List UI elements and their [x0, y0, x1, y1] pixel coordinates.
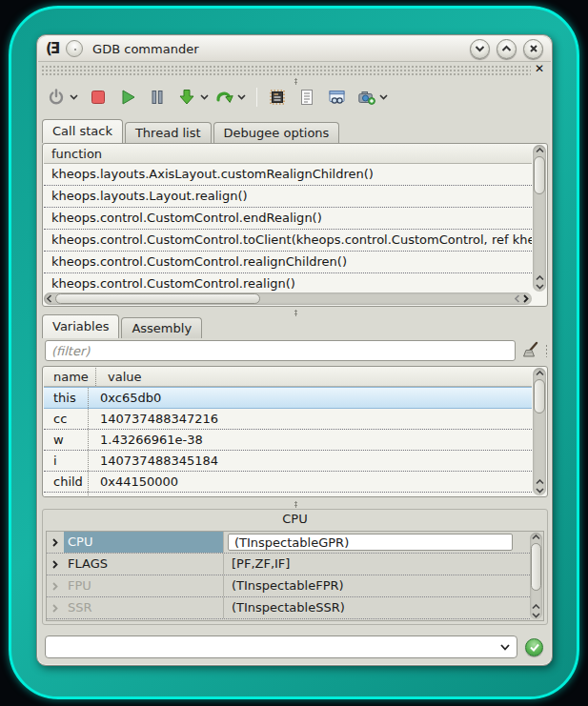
pause-button[interactable] — [146, 85, 169, 110]
clear-filter-button[interactable] — [520, 340, 541, 361]
dock-close-button[interactable]: ✕ — [533, 62, 546, 75]
panel-handle-dots[interactable] — [545, 344, 548, 357]
shade-button[interactable] — [470, 39, 490, 59]
tab-call-stack[interactable]: Call stack — [42, 119, 123, 143]
cpu-view-button[interactable] — [266, 85, 289, 110]
stack-frame-row[interactable]: kheops.control.CustomControl.realignChil… — [44, 252, 532, 273]
snapshot-dropdown[interactable] — [377, 85, 390, 110]
expander-chevron-right-icon[interactable] — [47, 582, 64, 591]
evaluate-button[interactable] — [525, 638, 543, 656]
variable-row[interactable]: cc140737488347216 — [44, 409, 532, 430]
stack-frame-row[interactable]: kheops.control.CustomControl.realign() — [44, 273, 532, 292]
variable-name: cc — [44, 412, 88, 426]
scroll-down-arrow[interactable] — [533, 488, 546, 494]
chevron-down-icon — [500, 644, 510, 651]
step-over-dropdown[interactable] — [235, 85, 248, 110]
variable-value: 1.43266961e-38 — [88, 430, 532, 450]
scroll-up-arrow[interactable] — [533, 148, 546, 153]
scrollbar-thumb[interactable] — [534, 156, 545, 194]
scroll-down-arrow[interactable] — [530, 613, 542, 618]
chevron-down-icon — [200, 94, 209, 100]
cpu-inspector: CPU CPU(TInspectableGPR)FLAGS[PF,ZF,IF]F… — [42, 509, 548, 625]
document-icon — [297, 88, 316, 107]
scrollbar-thumb[interactable] — [531, 543, 541, 591]
tab-variables[interactable]: Variables — [42, 314, 119, 338]
arrow-over-icon — [214, 88, 234, 107]
tab-debugee-options[interactable]: Debugee options — [213, 122, 340, 143]
filter-input[interactable] — [45, 340, 516, 361]
window-menu-button[interactable] — [66, 40, 83, 57]
expander-chevron-right-icon[interactable] — [47, 604, 64, 613]
titlebar[interactable]: (Ǝ GDB commander — [38, 36, 551, 62]
callstack-vscrollbar[interactable] — [533, 145, 546, 292]
cpu-vscrollbar[interactable] — [530, 533, 542, 619]
variables-column-header[interactable]: name value — [44, 368, 532, 387]
register-group-name: SSR — [64, 597, 224, 618]
scroll-right-arrow[interactable] — [523, 292, 529, 305]
scrollbar-thumb[interactable] — [534, 379, 545, 414]
power-icon — [47, 88, 66, 107]
step-into-dropdown[interactable] — [198, 85, 211, 110]
variable-row[interactable]: w1.43266961e-38 — [44, 430, 532, 451]
variable-value: 140737488347216 — [88, 409, 532, 429]
scroll-left-arrow[interactable] — [515, 292, 520, 305]
scrollbar-thumb[interactable] — [55, 293, 260, 304]
cpu-value-editor[interactable]: (TInspectableGPR) — [228, 534, 513, 551]
gdb-commander-window: (Ǝ GDB commander ✕ — [36, 34, 553, 666]
value-column-label[interactable]: value — [95, 368, 532, 386]
output-view-button[interactable] — [295, 85, 318, 110]
step-over-button[interactable] — [213, 85, 235, 110]
scroll-up-arrow[interactable] — [530, 604, 542, 610]
variables-vscrollbar[interactable] — [533, 368, 546, 495]
stack-frame-row[interactable]: kheops.control.CustomControl.toClient(kh… — [44, 230, 532, 252]
scroll-up-arrow[interactable] — [533, 371, 546, 376]
splitter-handle[interactable] — [294, 310, 297, 316]
name-column-label[interactable]: name — [51, 368, 95, 386]
tab-assembly[interactable]: Assembly — [121, 317, 202, 338]
watches-view-button[interactable] — [325, 85, 348, 110]
cpu-register-row[interactable]: CPU(TInspectableGPR) — [47, 532, 530, 554]
scroll-up-arrow[interactable] — [530, 535, 542, 540]
snapshot-button[interactable] — [355, 85, 377, 110]
close-button[interactable] — [523, 39, 543, 59]
cpu-register-row[interactable]: FLAGS[PF,ZF,IF] — [47, 554, 530, 575]
command-combobox[interactable] — [45, 635, 517, 658]
variable-row[interactable]: h1.43266961e-38 — [44, 493, 532, 496]
tab-thread-list[interactable]: Thread list — [125, 122, 212, 143]
pause-icon — [148, 88, 167, 107]
power-dropdown[interactable] — [68, 85, 80, 110]
stop-button[interactable] — [87, 85, 110, 110]
splitter-handle[interactable] — [294, 501, 297, 508]
variable-name: child — [44, 474, 88, 489]
step-into-button[interactable] — [175, 85, 198, 110]
combo-dropdown-button[interactable] — [494, 644, 517, 651]
scroll-up-arrow[interactable] — [533, 275, 546, 281]
chevron-down-icon — [237, 94, 246, 100]
cpu-register-row[interactable]: SSR(TInspectableSSR) — [47, 597, 530, 619]
debug-toolbar — [45, 83, 390, 111]
expander-chevron-right-icon[interactable] — [47, 538, 64, 547]
cpu-register-row[interactable]: FPU(TInspectableFPR) — [47, 575, 530, 597]
stack-frame-row[interactable]: kheops.control.CustomControl.endRealign(… — [44, 208, 532, 230]
scroll-down-arrow[interactable] — [533, 284, 546, 290]
dock-grip[interactable] — [41, 65, 531, 76]
variable-row[interactable]: this0xc65db0 — [44, 387, 532, 409]
register-group-value: (TInspectableFPR) — [224, 575, 530, 596]
variable-row[interactable]: i140737488345184 — [44, 451, 532, 472]
chevron-down-icon — [379, 94, 388, 100]
stack-frame-row[interactable]: kheops.layouts.AxisLayout.customRealignC… — [44, 164, 532, 186]
run-button[interactable] — [116, 85, 139, 110]
variable-value: 140737488345184 — [88, 451, 532, 471]
maximize-button[interactable] — [497, 39, 517, 59]
callstack-column-header[interactable]: function — [44, 145, 532, 164]
scroll-left-arrow[interactable] — [47, 292, 52, 305]
command-input[interactable] — [46, 637, 494, 656]
app-logo: (Ǝ — [46, 40, 58, 57]
variable-row[interactable]: child0x44150000 — [44, 472, 532, 493]
register-group-value: (TInspectableGPR) — [224, 532, 530, 553]
stack-frame-row[interactable]: kheops.layouts.Layout.realign() — [44, 186, 532, 208]
expander-chevron-right-icon[interactable] — [47, 560, 64, 569]
callstack-hscrollbar[interactable] — [44, 292, 532, 305]
power-button[interactable] — [45, 85, 68, 110]
scroll-up-arrow[interactable] — [533, 479, 546, 485]
